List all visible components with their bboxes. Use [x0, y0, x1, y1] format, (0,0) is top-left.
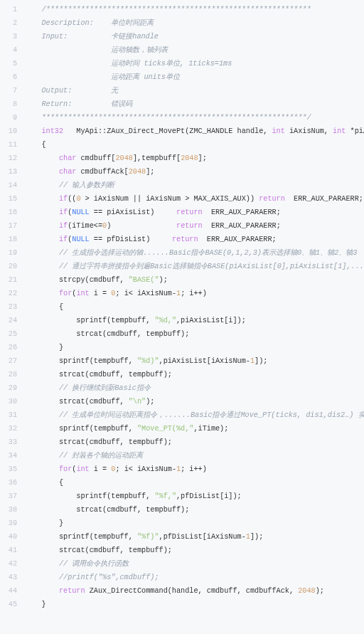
code-line: 34 // 封装各个轴的运动距离: [0, 449, 364, 463]
code-line: 32 sprintf(tempbuff, "Move_PT(%d,",iTime…: [0, 422, 364, 435]
code-line: 15 if((0 > iAxisNum || iAxisNum > MAX_AX…: [0, 192, 364, 206]
code-line: 44 return ZAux_DirectCommand(handle, cmd…: [0, 584, 364, 598]
code-line: 7 Output: 无: [0, 84, 364, 97]
code-line: 19 // 生成指令选择运动的轴......Basic指令BASE(0,1,2,…: [0, 246, 364, 260]
line-content: return ZAux_DirectCommand(handle, cmdbuf…: [24, 584, 364, 598]
code-line: 40 sprintf(tempbuff, "%f)",pfDisList[iAx…: [0, 530, 364, 544]
line-number: 32: [0, 422, 24, 435]
line-number: 29: [0, 381, 24, 395]
code-line: 24 sprintf(tempbuff, "%d,",piAxisList[i]…: [0, 314, 364, 327]
line-number: 39: [0, 517, 24, 530]
line-number: 42: [0, 557, 24, 571]
line-content: strcat(cmdbuff, tempbuff);: [24, 544, 364, 557]
code-line: 42 // 调用命令执行函数: [0, 557, 364, 571]
line-content: // 通过字符串拼接指令到遍Basic选择轴指令BASE(piAxisList[…: [24, 260, 364, 273]
line-content: Output: 无: [24, 84, 364, 97]
code-line: 43 //printf("%s",cmdbuff);: [0, 571, 364, 584]
line-content: }: [24, 598, 364, 611]
code-line: 16 if(NULL == piAxisList) return ERR_AUX…: [0, 206, 364, 219]
code-line: 41 strcat(cmdbuff, tempbuff);: [0, 544, 364, 557]
line-number: 35: [0, 463, 24, 476]
line-content: strcat(cmdbuff, tempbuff);: [24, 435, 364, 449]
line-content: char cmdbuffAck[2048];: [24, 165, 364, 179]
line-number: 40: [0, 530, 24, 544]
code-line: 20 // 通过字符串拼接指令到遍Basic选择轴指令BASE(piAxisLi…: [0, 260, 364, 273]
line-content: for(int i = 0; i< iAxisNum-1; i++): [24, 463, 364, 476]
code-line: 36 {: [0, 476, 364, 490]
line-number: 22: [0, 287, 24, 300]
code-line: 25 strcat(cmdbuff, tempbuff);: [0, 327, 364, 341]
code-line: 2 Description: 单位时间距离: [0, 16, 364, 30]
code-line: 5 运动时间 ticks单位, 1ticks=1ms: [0, 57, 364, 70]
code-line: 3 Input: 卡链接handle: [0, 30, 364, 43]
code-line: 37 sprintf(tempbuff, "%f,",pfDisList[i])…: [0, 490, 364, 503]
line-number: 31: [0, 408, 24, 422]
line-number: 37: [0, 490, 24, 503]
code-line: 21 strcpy(cmdbuff, "BASE(");: [0, 273, 364, 287]
line-content: if(NULL == piAxisList) return ERR_AUX_PA…: [24, 206, 364, 219]
line-content: if((0 > iAxisNum || iAxisNum > MAX_AXIS_…: [24, 192, 364, 206]
line-number: 18: [0, 233, 24, 246]
line-number: 4: [0, 43, 24, 57]
line-number: 6: [0, 70, 24, 84]
line-number: 11: [0, 138, 24, 152]
line-number: 30: [0, 395, 24, 408]
line-content: /***************************************…: [24, 3, 364, 16]
line-content: {: [24, 138, 364, 152]
line-content: sprintf(tempbuff, "%f,",pfDisList[i]);: [24, 490, 364, 503]
line-number: 44: [0, 584, 24, 598]
line-content: for(int i = 0; i< iAxisNum-1; i++): [24, 287, 364, 300]
line-number: 41: [0, 544, 24, 557]
line-content: sprintf(tempbuff, "%d)",piAxisList[iAxis…: [24, 354, 364, 368]
code-line: 9 **************************************…: [0, 111, 364, 125]
code-line: 6 运动距离 units单位: [0, 70, 364, 84]
line-number: 19: [0, 246, 24, 260]
line-content: 运动轴数，轴列表: [24, 43, 364, 57]
line-number: 26: [0, 341, 24, 354]
code-line: 28 strcat(cmdbuff, tempbuff);: [0, 368, 364, 381]
line-number: 13: [0, 165, 24, 179]
line-number: 25: [0, 327, 24, 341]
code-line: 29 // 换行继续到新Basic指令: [0, 381, 364, 395]
line-number: 16: [0, 206, 24, 219]
line-content: sprintf(tempbuff, "%d,",piAxisList[i]);: [24, 314, 364, 327]
code-line: 35 for(int i = 0; i< iAxisNum-1; i++): [0, 463, 364, 476]
line-number: 14: [0, 179, 24, 192]
line-number: 23: [0, 300, 24, 314]
line-content: sprintf(tempbuff, "%f)",pfDisList[iAxisN…: [24, 530, 364, 544]
code-line: 13 char cmdbuffAck[2048];: [0, 165, 364, 179]
line-number: 34: [0, 449, 24, 463]
line-number: 15: [0, 192, 24, 206]
line-number: 36: [0, 476, 24, 490]
code-line: 39 }: [0, 517, 364, 530]
line-content: char cmdbuff[2048],tempbuff[2048];: [24, 152, 364, 165]
line-number: 24: [0, 314, 24, 327]
line-content: 运动距离 units单位: [24, 70, 364, 84]
code-line: 45 }: [0, 598, 364, 611]
code-line: 31 // 生成单位时间运动距离指令，......Basic指令通过Move_P…: [0, 408, 364, 422]
line-content: // 输入参数判断: [24, 179, 364, 192]
line-content: strcat(cmdbuff, tempbuff);: [24, 503, 364, 517]
line-content: Input: 卡链接handle: [24, 30, 364, 43]
code-line: 8 Return: 错误码: [0, 97, 364, 111]
code-line: 4 运动轴数，轴列表: [0, 43, 364, 57]
line-number: 33: [0, 435, 24, 449]
line-number: 43: [0, 571, 24, 584]
code-line: 14 // 输入参数判断: [0, 179, 364, 192]
line-number: 10: [0, 125, 24, 138]
code-line: 18 if(NULL == pfDisList) return ERR_AUX_…: [0, 233, 364, 246]
line-content: Description: 单位时间距离: [24, 16, 364, 30]
line-number: 1: [0, 3, 24, 16]
line-content: int32 MyApi::ZAux_Direct_MovePt(ZMC_HAND…: [24, 125, 364, 138]
line-content: 运动时间 ticks单位, 1ticks=1ms: [24, 57, 364, 70]
code-line: 38 strcat(cmdbuff, tempbuff);: [0, 503, 364, 517]
line-number: 38: [0, 503, 24, 517]
line-number: 2: [0, 16, 24, 30]
line-number: 45: [0, 598, 24, 611]
line-content: //printf("%s",cmdbuff);: [24, 571, 364, 584]
line-content: // 调用命令执行函数: [24, 557, 364, 571]
line-content: ****************************************…: [24, 111, 364, 125]
line-content: strcat(cmdbuff, "\n");: [24, 395, 364, 408]
line-number: 8: [0, 97, 24, 111]
code-line: 33 strcat(cmdbuff, tempbuff);: [0, 435, 364, 449]
